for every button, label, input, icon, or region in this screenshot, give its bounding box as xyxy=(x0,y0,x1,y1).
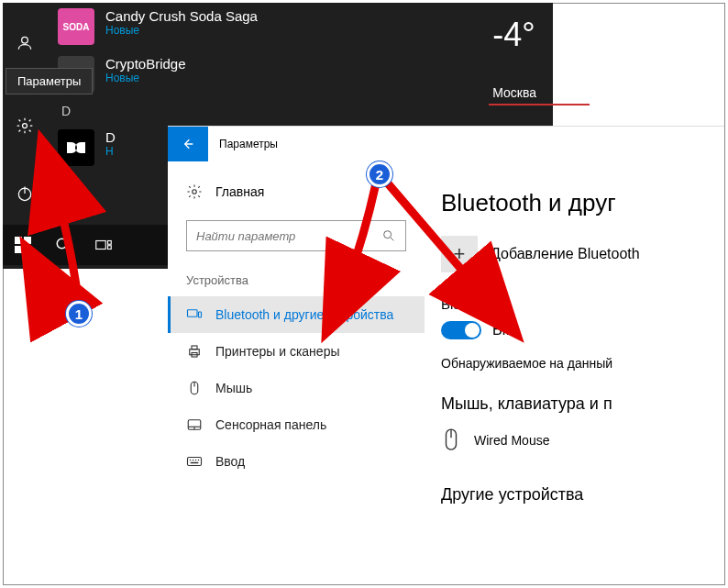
keyboard-icon xyxy=(186,453,203,470)
arrow-left-icon xyxy=(181,137,195,151)
back-button[interactable] xyxy=(168,127,208,161)
gear-icon xyxy=(16,116,34,135)
device-wired-mouse[interactable]: Wired Mouse xyxy=(441,427,724,454)
mk-header: Мышь, клавиатура и п xyxy=(441,394,724,414)
power-button[interactable] xyxy=(3,172,47,216)
settings-tooltip: Параметры xyxy=(6,68,93,94)
nav-label: Мышь xyxy=(215,381,252,395)
bluetooth-state: Вкл. xyxy=(492,322,522,338)
svg-rect-20 xyxy=(192,346,197,349)
nav-label: Сенсорная панель xyxy=(215,417,326,432)
app-title: D xyxy=(105,129,116,145)
svg-line-10 xyxy=(65,247,70,251)
device-label: Wired Mouse xyxy=(474,433,549,448)
nav-mouse[interactable]: Мышь xyxy=(168,370,425,406)
settings-search[interactable] xyxy=(186,220,406,251)
nav-printers[interactable]: Принтеры и сканеры xyxy=(168,333,425,370)
other-devices-header: Другие устройства xyxy=(441,485,724,505)
settings-content: Bluetooth и друг + Добавление Bluetooth … xyxy=(425,161,724,584)
svg-rect-13 xyxy=(108,246,112,250)
svg-rect-12 xyxy=(108,241,112,245)
candy-crush-icon: SODA xyxy=(58,8,94,45)
settings-window: Параметры Главная Устройства Bluetooth и… xyxy=(168,126,724,584)
svg-line-16 xyxy=(391,238,393,240)
svg-rect-27 xyxy=(188,458,202,466)
start-button[interactable] xyxy=(3,225,43,265)
settings-button[interactable] xyxy=(3,104,47,148)
step-badge-1: 1 xyxy=(66,301,92,327)
svg-rect-19 xyxy=(190,349,200,355)
nav-label: Ввод xyxy=(215,454,245,469)
svg-rect-7 xyxy=(15,246,22,253)
svg-point-9 xyxy=(57,239,67,249)
search-icon xyxy=(55,237,72,253)
app-tile-cryptobridge[interactable]: CryptoBridge Новые xyxy=(47,50,553,98)
gear-icon xyxy=(186,183,203,200)
task-view-icon xyxy=(95,237,112,253)
windows-logo-icon xyxy=(15,237,31,253)
weather-city: Москва xyxy=(492,85,536,100)
weather-temp: -4° xyxy=(492,16,536,54)
app-subtitle: Новые xyxy=(105,72,186,84)
mouse-icon xyxy=(186,380,203,396)
app-tile-candy-crush[interactable]: SODA Candy Crush Soda Saga Новые xyxy=(47,3,553,50)
settings-nav: Главная Устройства Bluetooth и другие ус… xyxy=(168,161,425,584)
settings-titlebar: Параметры xyxy=(168,127,724,161)
discoverable-text: Обнаруживаемое на данный xyxy=(441,356,724,371)
nav-touchpad[interactable]: Сенсорная панель xyxy=(168,406,425,443)
search-input[interactable] xyxy=(196,229,381,243)
devices-icon xyxy=(186,306,203,323)
svg-rect-11 xyxy=(96,241,106,250)
dolby-icon xyxy=(58,129,94,166)
task-view-button[interactable] xyxy=(83,225,124,265)
user-account-button[interactable] xyxy=(3,21,47,65)
taskbar xyxy=(3,225,168,265)
app-subtitle: Новые xyxy=(105,24,258,37)
touchpad-icon xyxy=(186,416,203,433)
svg-point-0 xyxy=(22,37,28,43)
nav-bluetooth[interactable]: Bluetooth и другие устройства xyxy=(168,296,425,333)
add-device-row[interactable]: + Добавление Bluetooth xyxy=(441,236,724,272)
user-icon xyxy=(16,34,34,52)
svg-point-15 xyxy=(384,231,392,239)
svg-rect-6 xyxy=(24,237,31,244)
mouse-icon xyxy=(441,427,461,454)
nav-typing[interactable]: Ввод xyxy=(168,443,425,480)
app-subtitle: Н xyxy=(105,145,116,158)
alpha-header[interactable]: D xyxy=(47,98,553,124)
nav-home-label: Главная xyxy=(215,184,264,199)
page-header: Bluetooth и друг xyxy=(441,189,724,217)
app-title: Candy Crush Soda Saga xyxy=(105,8,258,24)
weather-accent-line xyxy=(489,104,590,105)
step-badge-2: 2 xyxy=(367,161,392,187)
nav-label: Принтеры и сканеры xyxy=(215,344,339,359)
svg-rect-18 xyxy=(199,312,202,317)
nav-label: Bluetooth и другие устройства xyxy=(215,307,393,322)
bluetooth-toggle[interactable] xyxy=(441,321,481,339)
weather-tile[interactable]: -4° Москва xyxy=(492,16,536,100)
svg-rect-5 xyxy=(15,237,22,244)
search-button[interactable] xyxy=(43,225,83,265)
svg-rect-17 xyxy=(188,310,198,317)
plus-icon: + xyxy=(441,236,478,272)
svg-rect-8 xyxy=(24,246,31,253)
nav-category-header: Устройства xyxy=(168,268,425,296)
search-icon xyxy=(381,228,396,243)
bluetooth-label: Bluetooth xyxy=(441,296,724,312)
app-title: CryptoBridge xyxy=(105,56,186,72)
svg-point-1 xyxy=(23,124,28,128)
window-title: Параметры xyxy=(208,138,278,150)
printer-icon xyxy=(186,343,203,360)
power-icon xyxy=(16,184,34,203)
svg-point-14 xyxy=(193,190,197,194)
add-device-label: Добавление Bluetooth xyxy=(491,246,640,262)
